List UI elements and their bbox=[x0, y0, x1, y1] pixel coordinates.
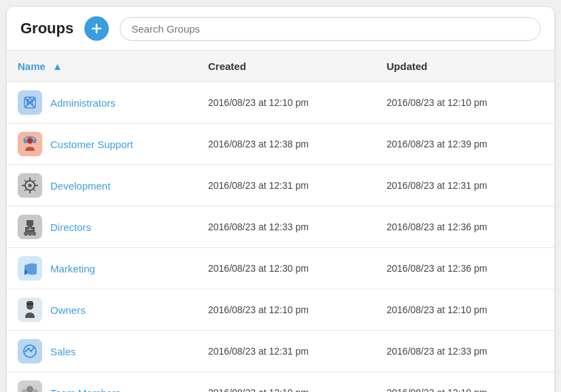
svg-point-22 bbox=[32, 232, 36, 236]
name-cell-team-members: Team Members bbox=[7, 372, 197, 393]
svg-point-32 bbox=[31, 351, 33, 353]
name-cell-customer-support: Customer Support bbox=[7, 124, 197, 165]
groups-table: Name ▲ Created Updated bbox=[7, 51, 554, 392]
svg-point-13 bbox=[29, 184, 32, 188]
search-container bbox=[120, 17, 541, 41]
owners-icon bbox=[18, 298, 42, 322]
created-cell-administrators: 2016/08/23 at 12:10 pm bbox=[197, 82, 376, 124]
header: Groups bbox=[7, 7, 554, 51]
svg-point-21 bbox=[28, 232, 32, 236]
administrators-icon bbox=[18, 90, 42, 115]
name-cell-owners: Owners bbox=[7, 289, 197, 331]
group-link-administrators[interactable]: Administrators bbox=[50, 97, 116, 109]
table-row: Sales 2016/08/23 at 12:31 pm2016/08/23 a… bbox=[7, 331, 554, 372]
table-row: Administrators 2016/08/23 at 12:10 pm201… bbox=[7, 82, 554, 124]
group-link-sales[interactable]: Sales bbox=[50, 346, 76, 357]
table-row: Marketing 2016/08/23 at 12:30 pm2016/08/… bbox=[7, 248, 554, 289]
group-link-owners[interactable]: Owners bbox=[50, 304, 86, 316]
team-members-icon bbox=[18, 380, 42, 392]
updated-cell-sales: 2016/08/23 at 12:33 pm bbox=[376, 331, 555, 372]
main-container: Groups Name ▲ Created Updated bbox=[7, 7, 554, 392]
svg-rect-27 bbox=[27, 301, 33, 303]
name-cell-development: Development bbox=[7, 165, 197, 207]
table-row: Directors 2016/08/23 at 12:33 pm2016/08/… bbox=[7, 207, 554, 248]
svg-point-30 bbox=[25, 351, 27, 353]
updated-cell-directors: 2016/08/23 at 12:36 pm bbox=[376, 207, 555, 248]
updated-cell-owners: 2016/08/23 at 12:10 pm bbox=[376, 289, 555, 331]
name-cell-administrators: Administrators bbox=[7, 82, 197, 124]
created-cell-customer-support: 2016/08/23 at 12:38 pm bbox=[197, 124, 376, 165]
marketing-icon bbox=[18, 256, 42, 281]
name-cell-directors: Directors bbox=[7, 207, 197, 248]
svg-rect-15 bbox=[27, 220, 33, 226]
col-header-name[interactable]: Name ▲ bbox=[7, 51, 197, 82]
created-cell-development: 2016/08/23 at 12:31 pm bbox=[197, 165, 376, 207]
group-link-marketing[interactable]: Marketing bbox=[50, 263, 95, 274]
col-header-created: Created bbox=[197, 51, 376, 82]
svg-rect-16 bbox=[28, 226, 32, 227]
created-cell-owners: 2016/08/23 at 12:10 pm bbox=[197, 289, 376, 331]
updated-cell-administrators: 2016/08/23 at 12:10 pm bbox=[376, 82, 555, 124]
customer-support-icon bbox=[18, 132, 42, 156]
development-icon bbox=[18, 173, 42, 198]
svg-point-20 bbox=[24, 232, 28, 236]
name-cell-sales: Sales bbox=[7, 331, 197, 372]
svg-point-33 bbox=[33, 346, 35, 349]
table-header-row: Name ▲ Created Updated bbox=[7, 51, 554, 82]
created-cell-directors: 2016/08/23 at 12:33 pm bbox=[197, 207, 376, 248]
search-input[interactable] bbox=[120, 17, 541, 41]
sales-icon bbox=[18, 339, 42, 363]
sort-arrow-icon: ▲ bbox=[52, 60, 63, 72]
created-cell-marketing: 2016/08/23 at 12:30 pm bbox=[197, 248, 376, 289]
add-group-button[interactable] bbox=[84, 16, 109, 41]
group-link-customer-support[interactable]: Customer Support bbox=[50, 139, 133, 150]
group-link-directors[interactable]: Directors bbox=[50, 221, 91, 233]
updated-cell-customer-support: 2016/08/23 at 12:39 pm bbox=[376, 124, 555, 165]
updated-cell-development: 2016/08/23 at 12:31 pm bbox=[376, 165, 555, 207]
svg-point-31 bbox=[28, 348, 30, 350]
name-cell-marketing: Marketing bbox=[7, 248, 197, 289]
svg-point-8 bbox=[28, 139, 32, 143]
created-cell-sales: 2016/08/23 at 12:31 pm bbox=[197, 331, 376, 372]
table-row: Team Members 2016/08/23 at 12:10 pm2016/… bbox=[7, 372, 554, 393]
updated-cell-marketing: 2016/08/23 at 12:36 pm bbox=[376, 248, 555, 289]
svg-rect-28 bbox=[18, 339, 42, 363]
table-row: Customer Support 2016/08/23 at 12:38 pm2… bbox=[7, 124, 554, 165]
table-row: Development 2016/08/23 at 12:31 pm2016/0… bbox=[7, 165, 554, 207]
table-row: Owners 2016/08/23 at 12:10 pm2016/08/23 … bbox=[7, 289, 554, 331]
updated-cell-team-members: 2016/08/23 at 12:10 pm bbox=[376, 372, 555, 393]
group-link-development[interactable]: Development bbox=[50, 180, 110, 192]
created-cell-team-members: 2016/08/23 at 12:10 pm bbox=[197, 372, 376, 393]
col-header-updated: Updated bbox=[376, 51, 555, 82]
directors-icon bbox=[18, 215, 42, 239]
group-link-team-members[interactable]: Team Members bbox=[50, 387, 120, 393]
page-title: Groups bbox=[20, 20, 73, 37]
